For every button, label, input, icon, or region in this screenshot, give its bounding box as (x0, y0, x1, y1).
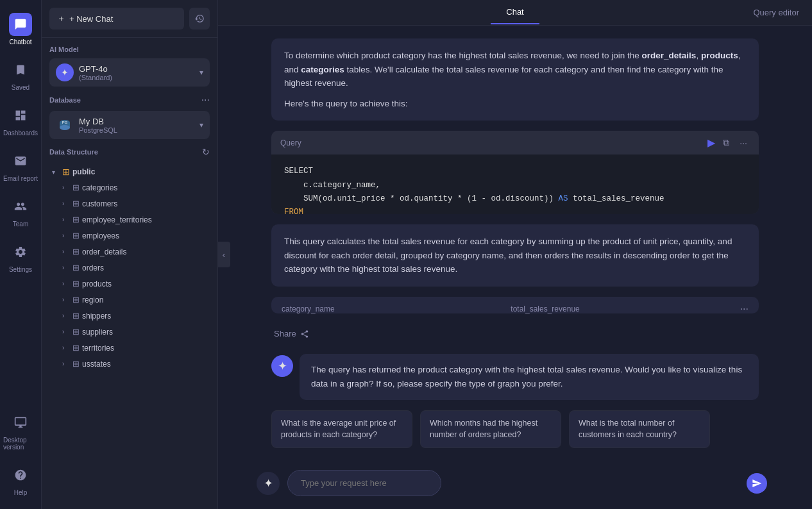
public-chevron: ▾ (52, 169, 60, 176)
list-item: › ⊞ region (60, 292, 210, 308)
tree-row-usstates[interactable]: › ⊞ usstates (60, 358, 210, 370)
chat-input[interactable] (287, 470, 441, 496)
refresh-icon[interactable]: ↻ (202, 147, 210, 157)
sidebar-item-settings[interactable]: Settings (0, 234, 41, 280)
share-button[interactable]: Share (274, 329, 309, 338)
tab-chat[interactable]: Chat (491, 1, 539, 24)
icon-sidebar: Chatbot Saved Dashboards Email report Te… (0, 0, 42, 509)
code-line-1: SELECT (284, 165, 746, 178)
query-more-button[interactable]: ··· (737, 137, 750, 149)
result-table-header: category_name total_sales_revenue ··· (271, 297, 759, 314)
copy-query-button[interactable]: ⧉ (720, 136, 732, 149)
tab-query-editor[interactable]: Query editor (753, 8, 799, 17)
tree-row-region[interactable]: › ⊞ region (60, 294, 210, 306)
chat-area: To determine which product category has … (218, 26, 812, 461)
team-icon (14, 200, 27, 213)
database-selector[interactable]: PG My DB PostgreSQL ▾ (49, 111, 210, 139)
email-label: Email report (3, 175, 38, 182)
collapse-panel-button[interactable]: ‹ (218, 242, 230, 267)
dashboards-icon-box (9, 104, 32, 127)
model-selector[interactable]: ✦ GPT-4o (Standard) ▾ (49, 58, 210, 87)
chatbot-label: Chatbot (9, 38, 31, 46)
territories-label: territories (82, 344, 114, 353)
user-message-box: To determine which product category has … (271, 38, 759, 121)
list-item: › ⊞ employee_territories (60, 212, 210, 228)
explanation-text: This query calculates the total sales re… (284, 235, 746, 276)
shippers-label: shippers (82, 312, 111, 321)
panel-sidebar: ＋ + New Chat AI Model ✦ GPT-4o (Standard… (42, 0, 218, 509)
data-structure-title: Data Structure (49, 148, 98, 156)
region-table-icon: ⊞ (72, 295, 80, 305)
tree-row-customers[interactable]: › ⊞ customers (60, 197, 210, 210)
sidebar-item-dashboards[interactable]: Dashboards (0, 97, 41, 143)
chatbot-icon-box (9, 13, 32, 36)
suggestion-chip-2[interactable]: Which months had the highest number of o… (420, 410, 561, 449)
tree-row-employees[interactable]: › ⊞ employees (60, 229, 210, 242)
settings-icon (14, 246, 27, 258)
col-header-revenue: total_sales_revenue (511, 305, 740, 313)
settings-label: Settings (9, 266, 32, 273)
tree-row-employee-territories[interactable]: › ⊞ employee_territories (60, 213, 210, 226)
tree-row-categories[interactable]: › ⊞ categories (60, 181, 210, 194)
public-row[interactable]: ▾ ⊞ public (49, 164, 210, 179)
sidebar-item-team[interactable]: Team (0, 188, 41, 234)
top-tabs: Chat Query editor (218, 0, 812, 26)
orders-label: orders (82, 263, 104, 272)
list-item: › ⊞ customers (60, 196, 210, 212)
dashboards-label: Dashboards (3, 129, 38, 137)
main-content: Chat Query editor To determine which pro… (218, 0, 812, 509)
suggestion-chip-1[interactable]: What is the average unit price of produc… (271, 410, 412, 449)
email-icon-box (9, 149, 32, 172)
customers-table-icon: ⊞ (72, 199, 80, 208)
sidebar-item-email-report[interactable]: Email report (0, 143, 41, 188)
list-item: › ⊞ shippers (60, 308, 210, 324)
employees-label: employees (82, 231, 119, 240)
bold-products: products (701, 51, 738, 60)
tree-row-products[interactable]: › ⊞ products (60, 278, 210, 290)
tree-row-territories[interactable]: › ⊞ territories (60, 342, 210, 354)
orders-table-icon: ⊞ (72, 263, 80, 272)
sidebar-item-saved[interactable]: Saved (0, 52, 41, 97)
list-item: › ⊞ employees (60, 228, 210, 244)
query-actions: ▶ ⧉ ··· (707, 136, 750, 149)
ai-message: ✦ The query has returned the product cat… (271, 354, 759, 399)
region-chevron: › (62, 296, 70, 303)
new-chat-button[interactable]: ＋ + New Chat (49, 8, 184, 29)
products-label: products (82, 280, 112, 288)
tree-row-order-details[interactable]: › ⊞ order_details (60, 246, 210, 258)
database-dots-button[interactable]: ··· (201, 94, 210, 106)
saved-icon-box (9, 58, 32, 81)
model-sub: (Standard) (79, 74, 194, 81)
suggestion-chip-3[interactable]: What is the total number of customers in… (569, 410, 710, 449)
saved-label: Saved (12, 84, 30, 91)
customers-label: customers (82, 199, 117, 208)
send-button[interactable] (747, 473, 767, 494)
shippers-chevron: › (62, 312, 70, 319)
share-bar: Share (271, 324, 759, 344)
tree-row-shippers[interactable]: › ⊞ shippers (60, 310, 210, 322)
model-dropdown-arrow: ▾ (199, 68, 203, 77)
list-item: › ⊞ products (60, 276, 210, 292)
history-button[interactable] (189, 8, 210, 29)
database-section: Database ··· PG My DB PostgreSQL ▾ (42, 94, 217, 147)
col-header-category: category_name (282, 305, 511, 313)
sidebar-item-chatbot[interactable]: Chatbot (0, 6, 41, 52)
customers-chevron: › (62, 200, 70, 207)
input-left-icon[interactable]: ✦ (257, 472, 280, 495)
run-query-button[interactable]: ▶ (707, 137, 715, 149)
shippers-table-icon: ⊞ (72, 311, 80, 321)
dashboards-icon (14, 109, 27, 122)
postgresql-icon: PG (56, 116, 74, 134)
sidebar-item-help[interactable]: Help (0, 457, 41, 503)
public-db-icon: ⊞ (62, 167, 70, 177)
result-more-button[interactable]: ··· (740, 303, 749, 314)
explanation-box: This query calculates the total sales re… (271, 224, 759, 287)
panel-top: ＋ + New Chat (42, 0, 217, 38)
send-icon (752, 478, 762, 488)
code-line-2: c.category_name, (284, 179, 746, 192)
employees-chevron: › (62, 232, 70, 239)
model-info: GPT-4o (Standard) (79, 64, 194, 81)
tree-row-orders[interactable]: › ⊞ orders (60, 262, 210, 274)
sidebar-item-desktop[interactable]: Desktop version (0, 405, 41, 457)
tree-row-suppliers[interactable]: › ⊞ suppliers (60, 326, 210, 338)
